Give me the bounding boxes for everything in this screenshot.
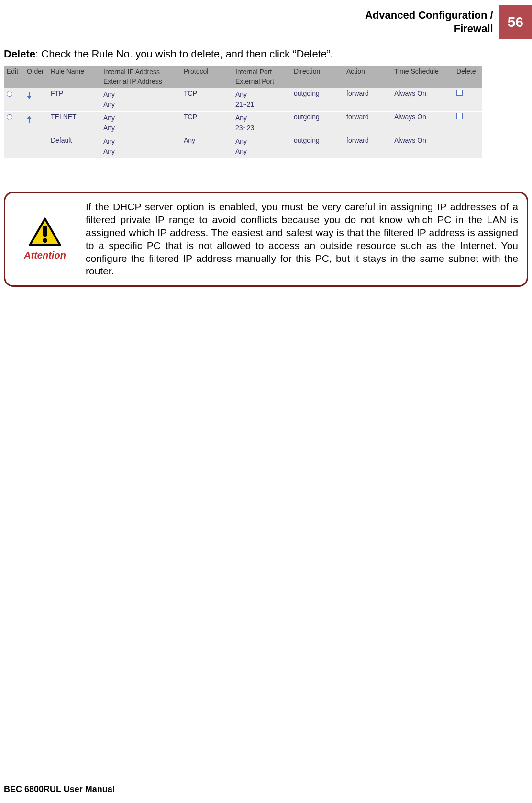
cell-ip: AnyAny: [100, 135, 181, 158]
cell-port: AnyAny: [233, 135, 291, 158]
th-protocol: Protocol: [181, 66, 233, 88]
th-schedule: Time Schedule: [391, 66, 454, 88]
attention-box: Attention If the DHCP server option is e…: [4, 192, 528, 287]
delete-checkbox[interactable]: [456, 113, 463, 119]
attention-icon-col: Attention: [14, 217, 86, 261]
footer-text: BEC 6800RUL User Manual: [4, 784, 115, 794]
cell-schedule: Always On: [391, 112, 454, 135]
th-rule: Rule Name: [48, 66, 100, 88]
rules-table: Edit Order Rule Name Internal IP Address…: [4, 66, 482, 158]
delete-instruction: Delete: Check the Rule No. you wish to d…: [4, 48, 528, 60]
th-action: Action: [344, 66, 391, 88]
page-header: Advanced Configuration / Firewall 56: [365, 5, 532, 39]
th-delete: Delete: [454, 66, 482, 88]
edit-radio[interactable]: [7, 91, 12, 97]
cell-action: forward: [344, 112, 391, 135]
table-row: TELNETAnyAnyTCPAny23~23outgoingforwardAl…: [4, 112, 482, 135]
page-header-title: Advanced Configuration / Firewall: [365, 5, 499, 39]
page-number: 56: [499, 5, 532, 39]
cell-schedule: Always On: [391, 88, 454, 112]
attention-text: If the DHCP server option is enabled, yo…: [86, 201, 518, 278]
arrow-down-icon[interactable]: [27, 92, 32, 99]
table-header-row: Edit Order Rule Name Internal IP Address…: [4, 66, 482, 88]
cell-schedule: Always On: [391, 135, 454, 158]
cell-action: forward: [344, 135, 391, 158]
th-port: Internal Port External Port: [233, 66, 291, 88]
cell-direction: outgoing: [291, 112, 344, 135]
delete-checkbox[interactable]: [456, 90, 463, 96]
table-row: FTPAnyAnyTCPAny21~21outgoingforwardAlway…: [4, 88, 482, 112]
arrow-up-icon[interactable]: [27, 116, 32, 123]
th-ip-external: External IP Address: [103, 77, 178, 87]
th-port-external: External Port: [235, 77, 288, 87]
svg-rect-1: [43, 226, 47, 237]
th-ip: Internal IP Address External IP Address: [100, 66, 181, 88]
cell-direction: outgoing: [291, 88, 344, 112]
attention-label: Attention: [24, 250, 66, 261]
svg-point-2: [43, 238, 47, 243]
th-port-internal: Internal Port: [235, 68, 288, 77]
cell-direction: outgoing: [291, 135, 344, 158]
cell-ip: AnyAny: [100, 112, 181, 135]
cell-port: Any21~21: [233, 88, 291, 112]
cell-ip: AnyAny: [100, 88, 181, 112]
warning-icon: [28, 217, 62, 247]
header-line2: Firewall: [365, 22, 493, 35]
th-ip-internal: Internal IP Address: [103, 68, 178, 77]
th-order: Order: [24, 66, 48, 88]
cell-rule-name: TELNET: [48, 112, 100, 135]
th-direction: Direction: [291, 66, 344, 88]
cell-rule-name: Default: [48, 135, 100, 158]
cell-port: Any23~23: [233, 112, 291, 135]
delete-label: Delete: [4, 48, 35, 60]
cell-protocol: Any: [181, 135, 233, 158]
header-line1: Advanced Configuration /: [365, 9, 493, 22]
table-row: DefaultAnyAnyAnyAnyAnyoutgoingforwardAlw…: [4, 135, 482, 158]
edit-radio[interactable]: [7, 114, 12, 120]
th-edit: Edit: [4, 66, 24, 88]
cell-protocol: TCP: [181, 112, 233, 135]
cell-rule-name: FTP: [48, 88, 100, 112]
cell-action: forward: [344, 88, 391, 112]
cell-protocol: TCP: [181, 88, 233, 112]
delete-text: : Check the Rule No. you wish to delete,…: [35, 48, 333, 60]
